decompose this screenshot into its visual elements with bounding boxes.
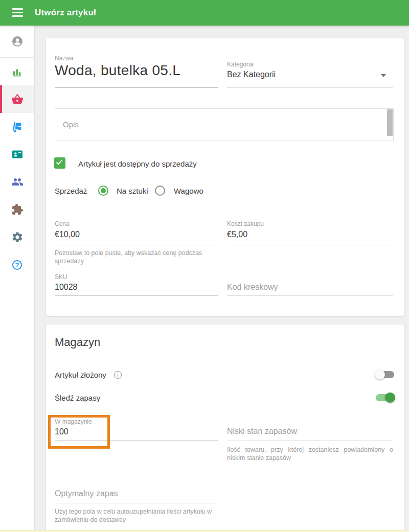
sku-input[interactable]: 10028: [55, 283, 78, 292]
textarea-scrollbar[interactable]: [387, 109, 393, 136]
radio-weight-label: Wagowo: [174, 187, 203, 195]
gear-icon: [11, 231, 24, 243]
low-stock-helper: Ilość towaru, przy której zostaniesz pow…: [227, 446, 393, 462]
category-label: Kategoria: [227, 61, 253, 68]
cost-input[interactable]: €5,00: [227, 230, 247, 239]
low-stock-input[interactable]: Niski stan zapasów: [227, 427, 297, 436]
check-icon: [56, 158, 62, 165]
sidebar-item-integrations[interactable]: [0, 196, 34, 223]
radio-weight[interactable]: [155, 186, 165, 196]
sold-by-label: Sprzedaż: [55, 187, 87, 195]
bar-chart-icon: [11, 65, 24, 78]
sidebar-item-inventory[interactable]: [0, 113, 34, 141]
cost-label: Koszt zakupu: [227, 220, 264, 227]
sidebar-item-help[interactable]: ?: [0, 251, 34, 279]
page-title: Utwórz artykuł: [35, 8, 96, 18]
sidebar-item-employees[interactable]: [0, 168, 34, 196]
composite-item-label: Artykuł złożony: [55, 371, 106, 379]
article-form-card: Nazwa Woda, butelka 05.L Kategoria Bez K…: [46, 38, 404, 316]
description-placeholder: Opis: [63, 120, 79, 129]
track-stock-label: Śledź zapasy: [55, 394, 100, 402]
sidebar-item-customers[interactable]: [0, 141, 34, 168]
hand-truck-icon: [11, 121, 24, 133]
sidebar-item-reports[interactable]: [0, 58, 34, 85]
contact-card-icon: [11, 148, 24, 160]
sidebar-item-account[interactable]: [0, 26, 34, 57]
barcode-input[interactable]: Kod kreskowy: [227, 283, 278, 292]
price-label: Cena: [55, 220, 70, 227]
cost-underline: [227, 245, 393, 245]
sidebar-item-items[interactable]: [0, 85, 34, 113]
name-underline: [55, 87, 218, 88]
help-icon: ?: [12, 260, 22, 270]
shopping-basket-icon: [11, 93, 24, 105]
price-underline: [55, 245, 218, 245]
radio-each-label: Na sztuki: [117, 187, 148, 195]
app-bar: Utwórz artykuł: [0, 0, 409, 26]
inventory-card: Magazyn Artykuł złożony i Śledź zapasy W…: [46, 325, 404, 532]
available-for-sale-checkbox[interactable]: [54, 157, 65, 169]
barcode-underline: [227, 295, 393, 296]
name-label: Nazwa: [55, 55, 74, 62]
description-textarea[interactable]: Opis: [55, 108, 394, 141]
optimal-stock-helper: Użyj tego pola w celu autouzupełniania i…: [55, 507, 226, 524]
in-stock-label: W magazynie: [55, 418, 92, 425]
optimal-stock-input[interactable]: Optymalny zapas: [55, 489, 118, 498]
puzzle-icon: [11, 203, 24, 216]
price-helper: Pozostaw to pole puste, aby wskazać cenę…: [55, 249, 223, 265]
info-icon[interactable]: i: [114, 371, 122, 379]
radio-each[interactable]: [98, 186, 108, 196]
low-stock-underline: [227, 441, 393, 441]
available-for-sale-label: Artykuł jest dostępny do sprzedaży: [78, 159, 197, 168]
in-stock-underline: [55, 440, 218, 441]
track-stock-toggle[interactable]: [376, 392, 394, 403]
menu-icon[interactable]: [12, 8, 23, 17]
inventory-section-title: Magazyn: [55, 336, 100, 349]
name-input[interactable]: Woda, butelka 05.L: [55, 62, 180, 79]
bottom-strip: [0, 530, 409, 532]
account-circle-icon: [11, 35, 24, 48]
chevron-down-icon[interactable]: [381, 74, 386, 77]
people-icon: [11, 176, 24, 188]
price-input[interactable]: €10,00: [55, 230, 80, 239]
sidebar: ?: [0, 26, 34, 532]
sidebar-item-settings[interactable]: [0, 223, 34, 251]
optimal-stock-underline: [55, 503, 218, 503]
category-underline: [227, 87, 393, 88]
category-select[interactable]: Bez Kategorii: [227, 70, 276, 79]
sku-underline: [55, 295, 218, 296]
in-stock-input[interactable]: 100: [55, 427, 69, 436]
sku-label: SKU: [55, 273, 67, 281]
composite-item-toggle[interactable]: [376, 369, 394, 380]
